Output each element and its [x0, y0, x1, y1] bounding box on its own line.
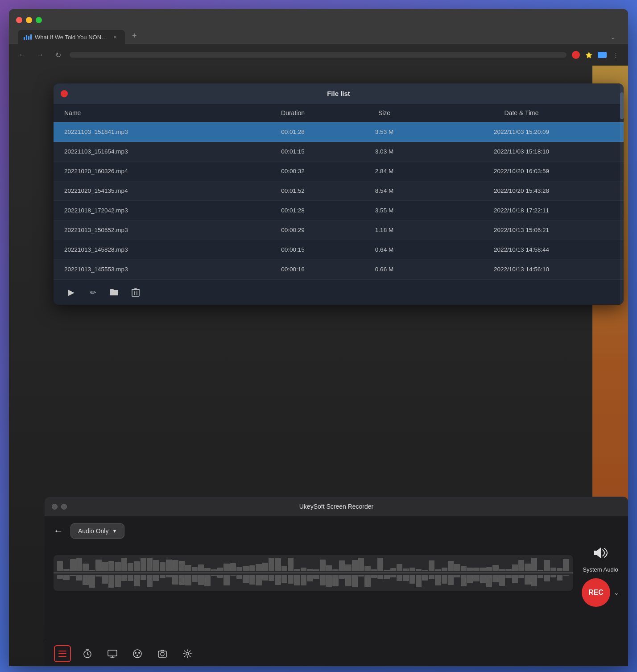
play-button[interactable]: ▶: [64, 285, 79, 299]
extension-icon[interactable]: [598, 52, 607, 58]
refresh-button[interactable]: ↻: [52, 49, 64, 61]
cell-name: 20221020_160326.mp4: [64, 168, 247, 174]
toolbar-timer-button[interactable]: [80, 647, 95, 661]
ukeysoft-back-button[interactable]: ←: [54, 525, 63, 537]
waveform-bar: [281, 575, 287, 583]
waveform-bar: [153, 560, 159, 571]
waveform-bar: [243, 575, 248, 584]
waveform-bar: [550, 575, 556, 577]
rec-dropdown-button[interactable]: ⌄: [614, 589, 619, 596]
waveform-bar: [294, 575, 300, 585]
speaker-icon: [592, 546, 608, 564]
tab-close-button[interactable]: ×: [112, 33, 119, 41]
waveform-bar: [435, 575, 441, 586]
ukeysoft-dot-1[interactable]: [52, 504, 58, 510]
table-row[interactable]: 20221013_145553.mp3 00:00:16 0.66 M 2022…: [54, 260, 624, 279]
address-bar[interactable]: [70, 52, 567, 58]
audio-only-button[interactable]: Audio Only ▼: [70, 523, 124, 539]
waveform-bar: [275, 575, 281, 585]
waveform-bar: [352, 560, 358, 571]
waveform-bar: [345, 575, 351, 586]
waveform-bar: [128, 563, 133, 571]
cell-datetime: 2022/10/13 14:58:44: [430, 246, 613, 253]
menu-icon[interactable]: ⋮: [610, 50, 621, 60]
modal-close-dot[interactable]: [61, 90, 68, 97]
waveform-bar: [345, 564, 351, 571]
waveform-bar: [486, 567, 492, 571]
svg-point-15: [186, 652, 189, 655]
waveform-bar: [269, 575, 274, 581]
toolbar-screenshot-button[interactable]: [155, 647, 170, 661]
waveform-bar: [384, 570, 389, 571]
waveform-bar: [429, 560, 434, 571]
waveform-bar: [102, 575, 108, 584]
waveform-bar: [557, 575, 563, 581]
toolbar-file-list-button[interactable]: [55, 647, 70, 661]
waveform-bar: [185, 565, 191, 571]
table-row[interactable]: 20221103_151654.mp3 00:01:15 3.03 M 2022…: [54, 142, 624, 162]
cell-size: 1.18 M: [339, 227, 430, 233]
waveform-bar: [128, 575, 133, 581]
toolbar-monitor-button[interactable]: [105, 647, 120, 661]
dot-red[interactable]: [16, 17, 22, 23]
waveform-bar: [454, 575, 460, 577]
waveform-bar: [217, 575, 223, 578]
cell-size: 8.54 M: [339, 187, 430, 194]
waveform-bar: [262, 575, 268, 581]
svg-point-12: [136, 655, 138, 656]
table-row[interactable]: 20221018_172042.mp3 00:01:28 3.55 M 2022…: [54, 201, 624, 220]
waveform-bar: [563, 559, 569, 571]
browser-dots: [16, 13, 621, 28]
ukeysoft-dot-2[interactable]: [61, 504, 67, 510]
tab-favicon: [24, 33, 31, 41]
rec-button[interactable]: REC: [582, 578, 610, 607]
back-button[interactable]: ←: [16, 49, 29, 61]
waveform-bar: [332, 569, 338, 571]
folder-button[interactable]: [107, 285, 121, 299]
browser-window: What If We Told You NONE Of × + ⌄ ← → ↻ …: [9, 9, 628, 663]
waveform-bar: [410, 568, 415, 571]
table-row[interactable]: 20221020_160326.mp4 00:00:32 2.84 M 2022…: [54, 162, 624, 181]
browser-tab[interactable]: What If We Told You NONE Of ×: [18, 30, 125, 44]
forward-button[interactable]: →: [34, 49, 46, 61]
edit-button[interactable]: ✏: [86, 285, 100, 299]
dot-yellow[interactable]: [26, 17, 32, 23]
cell-name: 20221103_151654.mp3: [64, 148, 247, 155]
waveform-bar: [518, 575, 524, 579]
toolbar-palette-button[interactable]: [130, 647, 145, 661]
rec-section: REC ⌄: [582, 578, 619, 607]
waveform-bar: [480, 575, 486, 583]
waveform-bar: [179, 575, 185, 585]
toolbar-settings-button[interactable]: [180, 647, 194, 661]
dot-green[interactable]: [36, 17, 42, 23]
cell-size: 3.03 M: [339, 148, 430, 155]
waveform-bar: [172, 575, 178, 585]
cell-duration: 00:00:15: [247, 246, 339, 253]
waveform-bar: [384, 575, 389, 579]
table-row[interactable]: 20221020_154135.mp4 00:01:52 8.54 M 2022…: [54, 181, 624, 201]
delete-button[interactable]: [128, 285, 143, 299]
cell-name: 20221013_150552.mp3: [64, 227, 247, 233]
waveform-bar: [352, 575, 358, 587]
tab-chevron-icon[interactable]: ⌄: [605, 30, 621, 44]
waveform-bar: [492, 575, 498, 583]
table-header: Name Duration Size Date & Time: [54, 104, 624, 122]
waveform-bar: [505, 575, 511, 578]
svg-rect-8: [108, 650, 117, 656]
waveform-bar: [544, 560, 550, 571]
bookmark-icon[interactable]: ⭐: [583, 50, 594, 60]
waveform-bar: [467, 568, 473, 571]
table-row[interactable]: 20221103_151841.mp3 00:01:28 3.53 M 2022…: [54, 122, 624, 142]
table-row[interactable]: 20221013_150552.mp3 00:00:29 1.18 M 2022…: [54, 220, 624, 240]
waveform-bar: [95, 575, 101, 577]
waveform-bar: [204, 575, 210, 587]
cell-size: 0.66 M: [339, 266, 430, 273]
table-row[interactable]: 20221013_145828.mp3 00:00:15 0.64 M 2022…: [54, 240, 624, 260]
waveform-bar: [499, 575, 505, 586]
scrollbar[interactable]: [620, 83, 624, 305]
waveform-bar: [172, 560, 178, 571]
scrollbar-thumb[interactable]: [620, 92, 624, 119]
profile-icon[interactable]: [572, 51, 580, 59]
new-tab-button[interactable]: +: [127, 28, 142, 44]
waveform-bar: [121, 575, 127, 581]
